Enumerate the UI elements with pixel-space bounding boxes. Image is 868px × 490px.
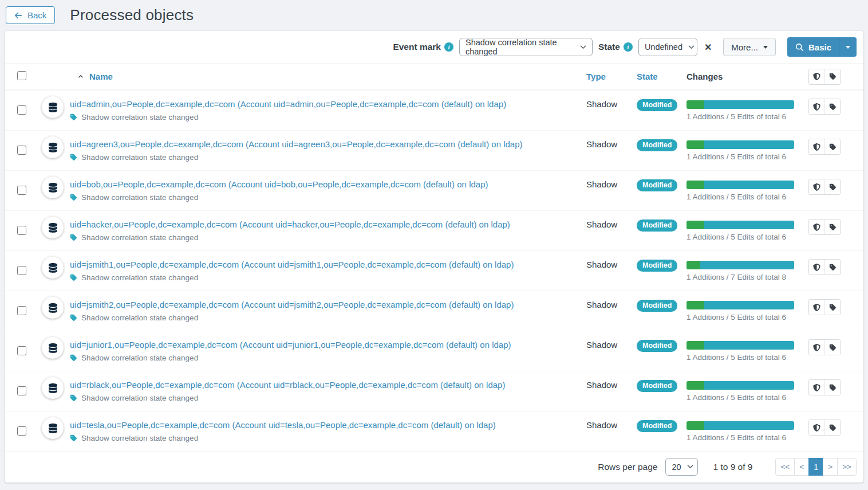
column-header-state[interactable]: State bbox=[632, 72, 682, 81]
avatar bbox=[42, 297, 64, 319]
object-type: Shadow bbox=[586, 300, 617, 309]
tag-button[interactable] bbox=[824, 219, 840, 234]
changes-summary: 1 Additions / 7 Edits of total 8 bbox=[686, 273, 804, 281]
row-type-cell: Shadow bbox=[582, 420, 632, 431]
row-checkbox[interactable] bbox=[17, 226, 26, 235]
tag-button[interactable] bbox=[824, 99, 840, 114]
shield-half-icon bbox=[813, 344, 820, 351]
column-header-name[interactable]: Name bbox=[35, 72, 582, 81]
row-checkbox[interactable] bbox=[17, 426, 26, 436]
tag-button[interactable] bbox=[824, 340, 840, 355]
mark-button[interactable] bbox=[809, 69, 824, 84]
row-checkbox[interactable] bbox=[17, 386, 26, 395]
object-type: Shadow bbox=[586, 179, 617, 189]
tag-icon bbox=[829, 224, 837, 231]
mark-button[interactable] bbox=[809, 300, 824, 315]
search-mode-caret[interactable] bbox=[839, 37, 857, 57]
row-name-cell: uid=jsmith1,ou=People,dc=example,dc=com … bbox=[70, 259, 582, 282]
mark-button[interactable] bbox=[809, 219, 824, 234]
object-name-link[interactable]: uid=rblack,ou=People,dc=example,dc=com (… bbox=[70, 379, 505, 390]
object-name-link[interactable]: uid=hacker,ou=People,dc=example,dc=com (… bbox=[70, 219, 510, 230]
changes-summary: 1 Additions / 5 Edits of total 6 bbox=[686, 353, 804, 362]
back-button[interactable]: Back bbox=[6, 6, 55, 24]
avatar bbox=[42, 96, 64, 118]
tag-button[interactable] bbox=[824, 380, 840, 395]
tag-button[interactable] bbox=[824, 260, 840, 275]
event-mark-label: Event mark i bbox=[393, 42, 453, 52]
tag-button[interactable] bbox=[824, 420, 840, 435]
sort-asc-icon[interactable] bbox=[77, 73, 84, 80]
shield-half-icon bbox=[813, 384, 820, 391]
prev-page-button[interactable]: < bbox=[794, 458, 809, 476]
row-state-cell: Modified bbox=[632, 179, 682, 191]
state-select[interactable]: Undefined bbox=[638, 38, 697, 56]
object-name-link[interactable]: uid=bob,ou=People,dc=example,dc=com (Acc… bbox=[70, 179, 488, 190]
clear-filter-button[interactable]: ✕ bbox=[703, 42, 713, 53]
event-mark-line: Shadow correlation state changed bbox=[70, 434, 582, 442]
row-checkbox[interactable] bbox=[17, 346, 26, 355]
row-actions-cell bbox=[804, 139, 863, 155]
info-icon[interactable]: i bbox=[444, 42, 453, 52]
row-actions-group bbox=[808, 299, 841, 315]
caret-down-icon bbox=[846, 46, 850, 49]
event-mark-select[interactable]: Shadow correlation state changed bbox=[459, 38, 593, 56]
tag-icon bbox=[829, 264, 837, 271]
additions-bar-segment bbox=[686, 221, 704, 229]
mark-button[interactable] bbox=[809, 139, 824, 154]
object-name-link[interactable]: uid=admin,ou=People,dc=example,dc=com (A… bbox=[70, 99, 506, 109]
mark-button[interactable] bbox=[809, 99, 824, 114]
rows-per-page-select[interactable]: 20 bbox=[665, 458, 698, 476]
tag-button[interactable] bbox=[824, 69, 840, 84]
search-basic-button[interactable]: Basic bbox=[787, 37, 857, 57]
row-checkbox[interactable] bbox=[17, 306, 26, 315]
column-header-type[interactable]: Type bbox=[582, 72, 632, 81]
row-changes-cell: 1 Additions / 5 Edits of total 6 bbox=[682, 179, 804, 201]
mark-button[interactable] bbox=[809, 260, 824, 275]
object-name-link[interactable]: uid=jsmith2,ou=People,dc=example,dc=com … bbox=[70, 299, 514, 310]
first-page-button[interactable]: << bbox=[775, 458, 795, 476]
info-icon[interactable]: i bbox=[624, 42, 633, 52]
tag-button[interactable] bbox=[824, 179, 840, 194]
event-mark-line: Shadow correlation state changed bbox=[70, 113, 582, 121]
row-checkbox[interactable] bbox=[17, 186, 26, 195]
changes-progress-bar bbox=[686, 181, 794, 189]
next-page-button[interactable]: > bbox=[823, 458, 838, 476]
mark-button[interactable] bbox=[809, 340, 824, 355]
shield-half-icon bbox=[813, 73, 820, 80]
edits-bar-segment bbox=[704, 421, 794, 430]
changes-summary: 1 Additions / 5 Edits of total 6 bbox=[686, 193, 804, 201]
row-state-cell: Modified bbox=[632, 420, 682, 432]
object-name-link[interactable]: uid=tesla,ou=People,dc=example,dc=com (A… bbox=[70, 420, 496, 430]
edits-bar-segment bbox=[704, 301, 794, 309]
tag-icon bbox=[70, 154, 77, 161]
event-mark-line: Shadow correlation state changed bbox=[70, 394, 582, 402]
event-mark-text: Shadow correlation state changed bbox=[81, 394, 198, 402]
table-row: uid=agreen3,ou=People,dc=example,dc=com … bbox=[5, 131, 863, 171]
table-footer: Rows per page 20 1 to 9 of 9 << < 1 > >> bbox=[5, 452, 863, 483]
row-checkbox[interactable] bbox=[17, 266, 26, 275]
tag-button[interactable] bbox=[824, 139, 840, 154]
row-checkbox[interactable] bbox=[17, 146, 26, 155]
more-button[interactable]: More... bbox=[723, 38, 776, 56]
page-1-button[interactable]: 1 bbox=[808, 458, 823, 476]
mark-button[interactable] bbox=[809, 380, 824, 395]
tag-button[interactable] bbox=[824, 300, 840, 315]
mark-button[interactable] bbox=[809, 420, 824, 435]
event-mark-text: Shadow correlation state changed bbox=[81, 153, 198, 162]
additions-bar-segment bbox=[686, 140, 704, 149]
object-name-link[interactable]: uid=agreen3,ou=People,dc=example,dc=com … bbox=[70, 139, 523, 150]
object-name-link[interactable]: uid=junior1,ou=People,dc=example,dc=com … bbox=[70, 339, 511, 350]
object-name-link[interactable]: uid=jsmith1,ou=People,dc=example,dc=com … bbox=[70, 259, 514, 270]
event-mark-text: Shadow correlation state changed bbox=[81, 434, 198, 442]
mark-button[interactable] bbox=[809, 179, 824, 194]
select-all-checkbox[interactable] bbox=[17, 71, 26, 80]
row-select-cell bbox=[5, 299, 35, 317]
search-main[interactable]: Basic bbox=[787, 37, 839, 57]
row-checkbox[interactable] bbox=[17, 105, 26, 115]
last-page-button[interactable]: >> bbox=[837, 458, 857, 476]
row-changes-cell: 1 Additions / 5 Edits of total 6 bbox=[682, 379, 804, 402]
state-badge: Modified bbox=[637, 340, 677, 352]
tag-icon bbox=[70, 274, 77, 281]
state-badge: Modified bbox=[637, 300, 677, 312]
shield-half-icon bbox=[813, 103, 820, 111]
